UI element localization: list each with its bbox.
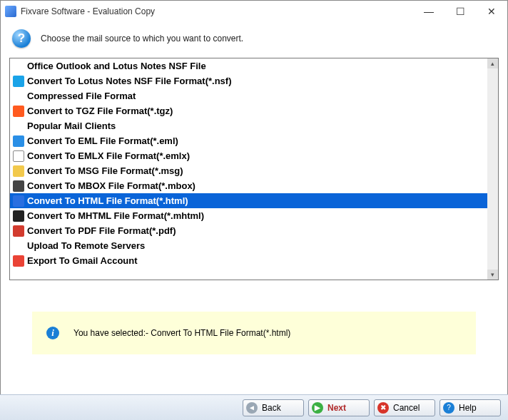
list-item-label: Convert to TGZ File Format(*.tgz) xyxy=(27,103,173,118)
window-title: Fixvare Software - Evaluation Copy xyxy=(21,6,155,16)
list-item[interactable]: Convert To EMLX File Format(*.emlx) xyxy=(10,148,487,163)
cancel-label: Cancel xyxy=(393,403,420,413)
close-button[interactable]: ✕ xyxy=(476,1,507,22)
next-button[interactable]: ▶ Next xyxy=(308,399,370,416)
emlx-icon xyxy=(13,150,24,162)
list-item[interactable]: Convert to TGZ File Format(*.tgz) xyxy=(10,103,487,118)
cancel-button[interactable]: ✖ Cancel xyxy=(374,399,435,416)
list-item-label: Convert To Lotus Notes NSF File Format(*… xyxy=(27,73,232,88)
help-button[interactable]: ? Help xyxy=(440,399,501,416)
list-item[interactable]: Convert To PDF File Format(*.pdf) xyxy=(10,223,487,238)
format-listbox[interactable]: Office Outlook and Lotus Notes NSF FileC… xyxy=(9,58,499,280)
help-label: Help xyxy=(459,403,477,413)
cancel-icon: ✖ xyxy=(377,402,389,414)
list-item-label: Convert To MSG File Format(*.msg) xyxy=(27,163,183,178)
list-item[interactable]: Convert To MHTML File Format(*.mhtml) xyxy=(10,208,487,223)
list-item-label: Upload To Remote Servers xyxy=(27,238,145,253)
list-item[interactable]: Export To Gmail Account xyxy=(10,253,487,268)
list-item-label: Export To Gmail Account xyxy=(27,253,138,268)
titlebar: Fixvare Software - Evaluation Copy — ☐ ✕ xyxy=(1,1,507,22)
back-icon: ◄ xyxy=(246,402,258,414)
list-item-label: Convert To EMLX File Format(*.emlx) xyxy=(27,148,190,163)
info-panel: i You have selected:- Convert To HTML Fi… xyxy=(32,312,476,354)
tgz-icon xyxy=(13,106,24,117)
list-item-label: Compressed File Format xyxy=(27,88,136,103)
back-button[interactable]: ◄ Back xyxy=(243,399,304,416)
mhtml-icon xyxy=(13,210,24,222)
list-header: Popular Mail Clients xyxy=(10,118,487,133)
list-item-label: Office Outlook and Lotus Notes NSF File xyxy=(27,58,206,73)
list-item[interactable]: Convert To HTML File Format(*.html) xyxy=(10,193,487,208)
list-item-label: Popular Mail Clients xyxy=(27,118,116,133)
pdf-icon xyxy=(13,225,24,237)
question-icon: ? xyxy=(12,29,31,48)
app-icon xyxy=(5,6,16,17)
list-item[interactable]: Convert To Lotus Notes NSF File Format(*… xyxy=(10,73,487,88)
list-item-label: Convert To PDF File Format(*.pdf) xyxy=(27,223,176,238)
window-controls: — ☐ ✕ xyxy=(413,1,507,22)
list-item-label: Convert To HTML File Format(*.html) xyxy=(27,193,188,208)
instruction-text: Choose the mail source to which you want… xyxy=(41,34,243,43)
scrollbar[interactable] xyxy=(487,58,498,280)
list-item[interactable]: Convert To EML File Format(*.eml) xyxy=(10,133,487,148)
gmail-icon xyxy=(13,255,24,267)
next-icon: ▶ xyxy=(312,402,323,414)
list-item-label: Convert To EML File Format(*.eml) xyxy=(27,133,178,148)
next-label: Next xyxy=(327,403,346,413)
list-item-label: Convert To MHTML File Format(*.mhtml) xyxy=(27,208,204,223)
mbox-icon xyxy=(13,180,24,192)
info-icon: i xyxy=(46,327,59,339)
instruction-bar: ? Choose the mail source to which you wa… xyxy=(1,22,507,55)
html-icon xyxy=(13,195,24,207)
nsf-icon xyxy=(13,76,24,87)
info-text: You have selected:- Convert To HTML File… xyxy=(73,328,290,338)
msg-icon xyxy=(13,165,24,177)
back-label: Back xyxy=(262,403,281,413)
list-item[interactable]: Convert To MSG File Format(*.msg) xyxy=(10,163,487,178)
footer-bar: ◄ Back ▶ Next ✖ Cancel ? Help xyxy=(0,394,508,420)
list-item[interactable]: Convert To MBOX File Format(*.mbox) xyxy=(10,178,487,193)
list-header: Compressed File Format xyxy=(10,88,487,103)
help-icon: ? xyxy=(443,402,454,414)
list-header: Office Outlook and Lotus Notes NSF File xyxy=(10,58,487,73)
minimize-button[interactable]: — xyxy=(413,1,444,22)
list-item-label: Convert To MBOX File Format(*.mbox) xyxy=(27,178,195,193)
list-header: Upload To Remote Servers xyxy=(10,238,487,253)
eml-icon xyxy=(13,135,24,147)
maximize-button[interactable]: ☐ xyxy=(444,1,476,22)
